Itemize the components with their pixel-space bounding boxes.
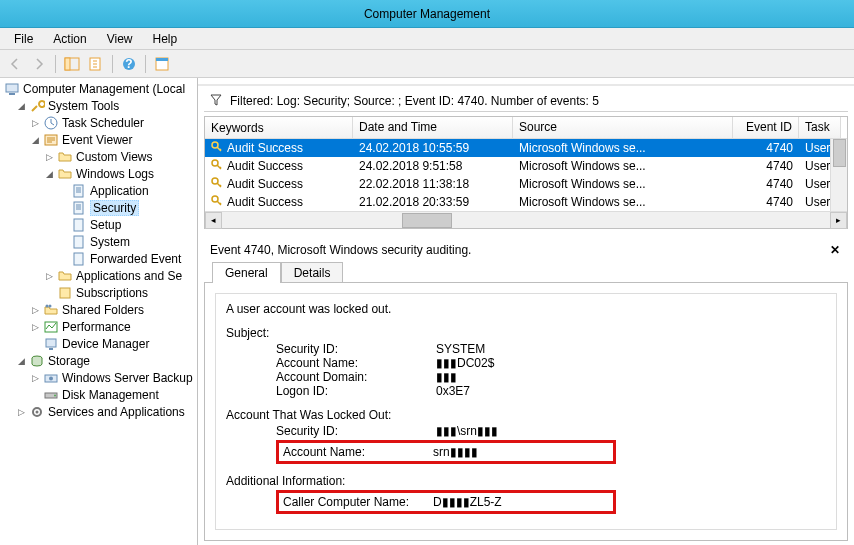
value-locked-account-name: srn▮▮▮▮ xyxy=(433,445,478,459)
tree-event-viewer[interactable]: ◢ Event Viewer xyxy=(2,131,195,148)
vertical-scrollbar[interactable] xyxy=(830,139,847,211)
event-row[interactable]: Audit Success 21.02.2018 20:33:59 Micros… xyxy=(205,193,847,211)
tree-setup[interactable]: Setup xyxy=(2,216,195,233)
services-icon xyxy=(29,404,45,420)
detail-summary: A user account was locked out. xyxy=(226,302,826,316)
clock-icon xyxy=(43,115,59,131)
tab-details[interactable]: Details xyxy=(281,262,344,283)
tree-security[interactable]: Security xyxy=(2,199,195,216)
menu-bar: File Action View Help xyxy=(0,28,854,50)
tree-disk-management[interactable]: Disk Management xyxy=(2,386,195,403)
svg-rect-11 xyxy=(74,185,83,197)
svg-point-17 xyxy=(46,304,49,307)
toolbar-separator xyxy=(112,55,113,73)
label-logon-id: Logon ID: xyxy=(276,384,436,398)
forward-button[interactable] xyxy=(28,53,50,75)
header-task[interactable]: Task xyxy=(799,117,841,138)
header-source[interactable]: Source xyxy=(513,117,733,138)
list-header: Keywords Date and Time Source Event ID T… xyxy=(205,117,847,139)
menu-view[interactable]: View xyxy=(97,29,143,49)
tree-root[interactable]: Computer Management (Local xyxy=(2,80,195,97)
expand-icon[interactable]: ▷ xyxy=(44,151,55,162)
show-hide-tree-button[interactable] xyxy=(61,53,83,75)
svg-rect-12 xyxy=(74,202,83,214)
tree-shared-folders[interactable]: ▷ Shared Folders xyxy=(2,301,195,318)
tools-icon xyxy=(29,98,45,114)
header-keywords[interactable]: Keywords xyxy=(205,117,353,138)
expand-icon[interactable]: ▷ xyxy=(44,270,55,281)
close-detail-button[interactable]: ✕ xyxy=(828,243,842,257)
svg-point-26 xyxy=(54,394,56,396)
menu-action[interactable]: Action xyxy=(43,29,96,49)
tree-custom-views[interactable]: ▷ Custom Views xyxy=(2,148,195,165)
event-row[interactable]: Audit Success 22.02.2018 11:38:18 Micros… xyxy=(205,175,847,193)
value-account-domain: ▮▮▮ xyxy=(436,370,457,384)
value-locked-security-id: ▮▮▮\srn▮▮▮ xyxy=(436,424,498,438)
filter-text: Filtered: Log: Security; Source: ; Event… xyxy=(230,94,599,108)
horizontal-scrollbar[interactable]: ◂ ▸ xyxy=(205,211,847,228)
folder-icon xyxy=(57,268,73,284)
tab-general[interactable]: General xyxy=(212,262,281,283)
event-row[interactable]: Audit Success 24.02.2018 9:51:58 Microso… xyxy=(205,157,847,175)
properties-button[interactable] xyxy=(151,53,173,75)
backup-icon xyxy=(43,370,59,386)
label-account-name: Account Name: xyxy=(276,356,436,370)
title-bar: Computer Management xyxy=(0,0,854,28)
collapse-icon[interactable]: ◢ xyxy=(30,134,41,145)
tree-apps-services[interactable]: ▷ Applications and Se xyxy=(2,267,195,284)
key-icon xyxy=(211,141,223,156)
tree-performance[interactable]: ▷ Performance xyxy=(2,318,195,335)
menu-file[interactable]: File xyxy=(4,29,43,49)
key-icon xyxy=(211,159,223,174)
expand-icon[interactable]: ▷ xyxy=(30,321,41,332)
menu-help[interactable]: Help xyxy=(143,29,188,49)
tree-system[interactable]: System xyxy=(2,233,195,250)
label-locked-security-id: Security ID: xyxy=(276,424,436,438)
tree-system-tools[interactable]: ◢ System Tools xyxy=(2,97,195,114)
scroll-thumb[interactable] xyxy=(402,213,452,228)
detail-body: A user account was locked out. Subject: … xyxy=(204,282,848,541)
label-account-domain: Account Domain: xyxy=(276,370,436,384)
svg-text:?: ? xyxy=(125,57,132,71)
back-button[interactable] xyxy=(4,53,26,75)
scroll-left-icon[interactable]: ◂ xyxy=(205,212,222,229)
collapse-icon[interactable]: ◢ xyxy=(44,168,55,179)
locked-out-heading: Account That Was Locked Out: xyxy=(226,408,826,422)
svg-rect-15 xyxy=(74,253,83,265)
export-button[interactable] xyxy=(85,53,107,75)
collapse-icon[interactable]: ◢ xyxy=(16,355,27,366)
svg-rect-21 xyxy=(49,348,53,350)
scroll-right-icon[interactable]: ▸ xyxy=(830,212,847,229)
folder-icon xyxy=(57,166,73,182)
additional-info-heading: Additional Information: xyxy=(226,474,826,488)
folder-icon xyxy=(57,149,73,165)
tree-application[interactable]: Application xyxy=(2,182,195,199)
tree-storage[interactable]: ◢ Storage xyxy=(2,352,195,369)
tree-windows-logs[interactable]: ◢ Windows Logs xyxy=(2,165,195,182)
help-button[interactable]: ? xyxy=(118,53,140,75)
svg-point-24 xyxy=(49,376,53,380)
event-row[interactable]: Audit Success 24.02.2018 10:55:59 Micros… xyxy=(205,139,847,157)
svg-rect-7 xyxy=(6,84,18,92)
tree-wsb[interactable]: ▷ Windows Server Backup xyxy=(2,369,195,386)
svg-rect-8 xyxy=(9,93,15,95)
expand-icon[interactable]: ▷ xyxy=(16,406,27,417)
expand-icon[interactable]: ▷ xyxy=(30,117,41,128)
header-eventid[interactable]: Event ID xyxy=(733,117,799,138)
subscriptions-icon xyxy=(57,285,73,301)
tree-task-scheduler[interactable]: ▷ Task Scheduler xyxy=(2,114,195,131)
key-icon xyxy=(211,177,223,192)
collapse-icon[interactable]: ◢ xyxy=(16,100,27,111)
tree-services-apps[interactable]: ▷ Services and Applications xyxy=(2,403,195,420)
computer-icon xyxy=(4,81,20,97)
shared-folders-icon xyxy=(43,302,59,318)
tree-subscriptions[interactable]: Subscriptions xyxy=(2,284,195,301)
tree-device-manager[interactable]: Device Manager xyxy=(2,335,195,352)
svg-rect-14 xyxy=(74,236,83,248)
expand-icon[interactable]: ▷ xyxy=(30,304,41,315)
expand-icon[interactable]: ▷ xyxy=(30,372,41,383)
value-account-name: ▮▮▮DC02$ xyxy=(436,356,494,370)
tree-forwarded[interactable]: Forwarded Event xyxy=(2,250,195,267)
header-datetime[interactable]: Date and Time xyxy=(353,117,513,138)
event-viewer-icon xyxy=(43,132,59,148)
